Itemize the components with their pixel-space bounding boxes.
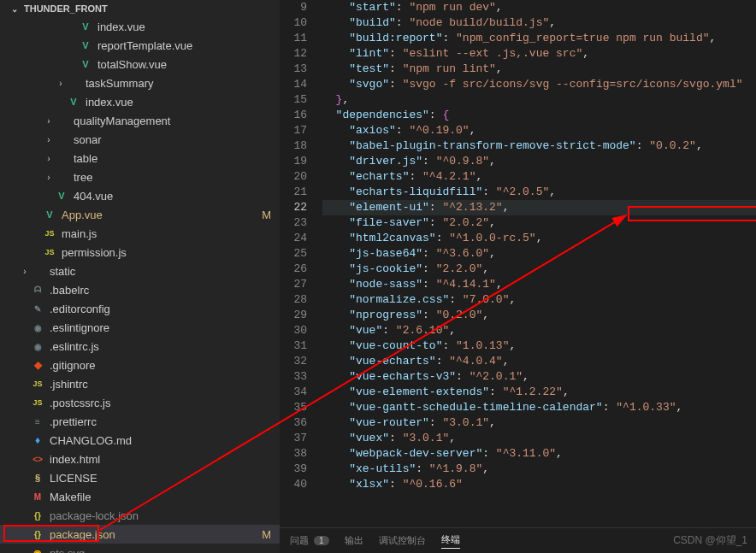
tree-item[interactable]: ›§LICENSE (0, 468, 280, 487)
tab-output[interactable]: 输出 (345, 534, 363, 547)
tree-item[interactable]: ›table (0, 149, 280, 168)
file-label: table (74, 152, 271, 165)
chevron-icon: › (43, 135, 55, 144)
file-label: sonar (74, 133, 271, 146)
file-label: tree (74, 171, 271, 184)
file-label: package-lock.json (50, 509, 271, 522)
tree-item[interactable]: ›≡.prettierrc (0, 412, 280, 431)
tree-item[interactable]: ›VreportTemplate.vue (0, 36, 280, 55)
file-label: .eslintignore (50, 321, 271, 334)
chevron-icon: › (43, 154, 55, 163)
tree-item[interactable]: ›V404.vue (0, 186, 280, 205)
tree-item[interactable]: ›◉nts.svg (0, 544, 280, 553)
chevron-icon: › (55, 79, 67, 88)
file-icon: ᗣ (31, 283, 44, 297)
tree-item[interactable]: ›VtotalShow.vue (0, 55, 280, 74)
file-icon: V (79, 20, 92, 33)
tab-problems[interactable]: 问题 1 (290, 534, 329, 547)
file-label: .babelrc (50, 284, 271, 297)
file-label: App.vue (62, 209, 262, 221)
file-label: .editorconfig (50, 303, 271, 315)
tree-item[interactable]: ›♦CHANGLOG.md (0, 431, 280, 450)
file-label: reportTemplate.vue (97, 39, 271, 52)
file-label: Makefile (50, 491, 271, 503)
file-label: 404.vue (74, 190, 271, 203)
file-label: .eslintrc.js (50, 340, 271, 353)
tree-item[interactable]: ›Vindex.vue (0, 92, 280, 111)
tree-item[interactable]: ›<>index.html (0, 450, 280, 468)
file-label: totalShow.vue (97, 58, 271, 71)
chevron-icon: › (43, 116, 55, 126)
tab-terminal[interactable]: 终端 (441, 533, 460, 549)
modified-indicator: M (262, 528, 271, 541)
file-icon (55, 151, 68, 165)
file-label: .prettierrc (50, 415, 271, 428)
tree-item[interactable]: ›Vindex.vue (0, 17, 280, 36)
chevron-icon: › (43, 173, 55, 182)
modified-indicator: M (262, 209, 271, 221)
file-icon: V (43, 208, 56, 221)
watermark: CSDN @仰望_1 (673, 533, 747, 548)
tree-item[interactable]: ›◉.eslintrc.js (0, 337, 280, 356)
tree-item[interactable]: ›ᗣ.babelrc (0, 280, 280, 299)
tree-item[interactable]: ›sonar (0, 130, 280, 149)
tree-item[interactable]: ›JSmain.js (0, 224, 280, 243)
file-icon (67, 76, 80, 90)
file-label: static (50, 265, 271, 278)
tree-item[interactable]: ›{}package-lock.json (0, 506, 280, 525)
tree-item[interactable]: ›◉.eslintignore (0, 318, 280, 337)
file-icon: V (79, 57, 92, 71)
project-name: THUNDER_FRONT (24, 3, 108, 14)
chevron-down-icon: ⌄ (9, 4, 21, 14)
tab-debug-console[interactable]: 调试控制台 (379, 534, 426, 547)
file-icon: ◉ (31, 546, 44, 553)
code-content[interactable]: "start": "npm run dev", "build": "node b… (322, 0, 756, 527)
file-icon (55, 132, 68, 146)
tree-item[interactable]: ›{}package.jsonM (0, 525, 280, 544)
tree-item[interactable]: ›◆.gitignore (0, 356, 280, 374)
tree-item[interactable]: ›static (0, 262, 280, 280)
file-tree: ›Vindex.vue›VreportTemplate.vue›VtotalSh… (0, 17, 280, 553)
file-label: .gitignore (50, 359, 271, 372)
file-icon: JS (43, 245, 56, 259)
tree-item[interactable]: ›JS.postcssrc.js (0, 393, 280, 412)
file-label: qualityManagement (74, 115, 271, 127)
file-icon: V (67, 95, 80, 109)
code-editor[interactable]: 9101112131415161718192021222324252627282… (280, 0, 756, 527)
file-label: LICENSE (50, 472, 271, 485)
file-icon: § (31, 471, 44, 485)
tree-item[interactable]: ›tree (0, 168, 280, 186)
tree-item[interactable]: ›qualityManagement (0, 111, 280, 130)
file-label: nts.svg (50, 547, 271, 554)
file-label: index.html (50, 453, 271, 466)
file-label: CHANGLOG.md (50, 434, 271, 447)
tree-item[interactable]: ›✎.editorconfig (0, 299, 280, 318)
file-icon: {} (31, 527, 44, 541)
file-label: index.vue (86, 96, 271, 109)
file-icon: ✎ (31, 302, 44, 315)
file-label: permission.js (62, 246, 271, 259)
file-label: package.json (50, 528, 262, 541)
file-icon: JS (43, 226, 56, 240)
file-icon: JS (31, 396, 44, 409)
file-icon (55, 170, 68, 184)
file-label: .jshintrc (50, 378, 271, 391)
tree-item[interactable]: ›JS.jshintrc (0, 374, 280, 393)
project-root[interactable]: ⌄ THUNDER_FRONT (0, 0, 280, 17)
file-icon: ◉ (31, 321, 44, 334)
file-label: taskSummary (86, 77, 271, 90)
tree-item[interactable]: ›taskSummary (0, 74, 280, 92)
file-label: index.vue (97, 21, 271, 33)
line-gutter: 9101112131415161718192021222324252627282… (280, 0, 322, 527)
tree-item[interactable]: ›MMakefile (0, 487, 280, 506)
file-icon: ≡ (31, 415, 44, 428)
file-icon: ♦ (31, 433, 44, 447)
file-icon (55, 114, 68, 127)
tree-item[interactable]: ›VApp.vueM (0, 205, 280, 224)
problems-badge: 1 (314, 536, 329, 545)
file-icon: M (31, 490, 44, 503)
file-icon: V (55, 189, 68, 203)
file-icon: V (79, 38, 92, 52)
file-label: main.js (62, 227, 271, 240)
tree-item[interactable]: ›JSpermission.js (0, 243, 280, 262)
